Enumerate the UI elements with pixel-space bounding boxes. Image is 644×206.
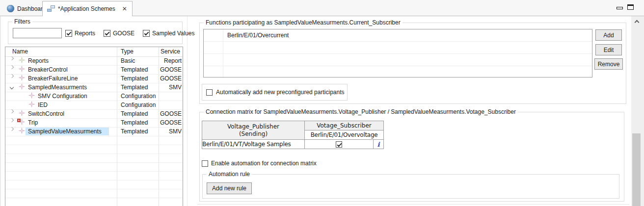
subscriber-name-cell: Berlin/E/01/Overvoltage (305, 130, 384, 140)
schemes-table[interactable]: Name Type Service ReportsBasicReportBrea… (5, 47, 183, 206)
tab-application-schemes-label: *Application Schemes (58, 5, 115, 12)
diamond-pink (28, 101, 35, 107)
auto-add-checkbox[interactable] (206, 89, 213, 96)
filters-group-title: Filters (12, 18, 32, 25)
enable-automation-row: Enable automation for connection matrix (202, 160, 317, 167)
participants-list[interactable]: Berlin/E/01/Overcurrent (203, 29, 592, 77)
empty-tree-row (5, 172, 183, 180)
filter-checkbox-goose[interactable]: GOOSE (104, 30, 134, 37)
automation-rule-group: Automation rule Add new rule (202, 174, 619, 199)
filter-checkbox-sampled-values[interactable]: Sampled Values (143, 30, 195, 37)
panel-bottom-border (197, 204, 629, 205)
application-window: Dashboard *Application Schemes ✕ Filters… (0, 0, 644, 206)
tree-row-service: GOOSE (160, 75, 182, 83)
diamond-pink (28, 92, 35, 99)
application-schemes-icon (47, 5, 55, 12)
list-item[interactable]: Berlin/E/01/Overcurrent (204, 29, 592, 42)
tree-row[interactable]: SMV ConfigurationConfiguration (5, 92, 183, 101)
error-badge: x (17, 119, 21, 122)
publisher-header-line2: (Sending) (202, 130, 304, 138)
checkbox[interactable] (104, 30, 110, 37)
tree-row-service: Report (164, 57, 182, 65)
empty-tree-row (5, 198, 183, 206)
expander-collapsed-icon[interactable] (10, 74, 14, 78)
publisher-name-cell: Berlin/E/01/VT/Voltage Samples (202, 140, 305, 149)
expander-collapsed-icon[interactable] (10, 56, 14, 60)
remove-button[interactable]: Remove (594, 58, 623, 70)
tree-row[interactable]: SampledValueMeasurmentsTemplatedSMV (5, 128, 183, 136)
scroll-up-icon[interactable] (635, 20, 640, 25)
panel-splitter[interactable] (187, 16, 188, 206)
tree-row-name: SwitchControl (28, 110, 64, 118)
expander-collapsed-icon[interactable] (10, 65, 14, 69)
tree-row-type: Templated (121, 66, 148, 74)
empty-tree-row (5, 163, 183, 172)
filter-checkbox-reports[interactable]: Reports (65, 30, 95, 37)
diamond-pink (19, 83, 25, 90)
column-header-service[interactable]: Service (161, 48, 180, 55)
list-item[interactable] (204, 54, 592, 66)
tree-row[interactable]: ReportsBasicReport (5, 57, 183, 66)
tree-row[interactable]: SampledMeasurmentsTemplatedSMV (5, 83, 183, 92)
vertical-scrollbar[interactable] (631, 16, 644, 206)
tree-row-name: SampledValueMeasurments (28, 128, 102, 136)
tree-row-type: Templated (121, 128, 148, 136)
tree-row-name: Trip (28, 119, 38, 127)
checkbox[interactable] (143, 30, 150, 37)
column-header-type[interactable]: Type (121, 48, 134, 55)
checkbox-label: GOOSE (113, 30, 134, 37)
add-button[interactable]: Add (595, 29, 622, 41)
tree-row-name: SampledMeasurments (28, 83, 87, 92)
tree-row[interactable]: BreakerFailureLineTemplatedGOOSE (5, 75, 183, 83)
tree-row-name: Reports (28, 57, 49, 65)
enable-automation-label: Enable automation for connection matrix (211, 160, 317, 167)
tree-row-name: BreakerControl (28, 66, 68, 74)
tree-row-service: GOOSE (160, 119, 182, 127)
edit-button[interactable]: Edit (595, 44, 622, 55)
connection-matrix-group-title: Connection matrix for SampledValueMeasur… (204, 108, 518, 115)
tree-row-name: BreakerFailureLine (28, 75, 78, 83)
tree-row[interactable]: xTripTemplatedGOOSE (5, 119, 183, 128)
scrollbar-thumb[interactable] (632, 133, 641, 206)
connection-checkbox[interactable] (336, 141, 342, 148)
info-icon[interactable]: i (374, 140, 384, 149)
filter-input[interactable] (13, 28, 62, 38)
checkbox-label: Reports (75, 30, 95, 37)
automation-rule-title: Automation rule (207, 171, 252, 178)
tree-row-type: Configuration (121, 92, 156, 101)
checkbox-label: Sampled Values (152, 30, 195, 37)
tree-row-name: IED (38, 101, 48, 109)
empty-tree-row (5, 145, 183, 154)
tree-rows: ReportsBasicReportBreakerControlTemplate… (5, 57, 183, 206)
maximize-icon[interactable] (627, 4, 634, 10)
tree-row-type: Templated (121, 119, 148, 127)
tab-application-schemes[interactable]: *Application Schemes ✕ (42, 1, 133, 16)
tree-row-service: GOOSE (160, 110, 182, 118)
add-new-rule-button[interactable]: Add new rule (207, 182, 252, 194)
tree-row[interactable]: BreakerControlTemplatedGOOSE (5, 66, 183, 75)
tree-row-service: GOOSE (160, 66, 182, 74)
minimize-icon[interactable] (617, 7, 623, 9)
tab-bar: Dashboard *Application Schemes ✕ (0, 0, 644, 16)
list-item[interactable] (204, 42, 592, 54)
diamond-green (19, 57, 25, 63)
tree-row-service: SMV (169, 128, 182, 136)
expander-expanded-icon[interactable] (10, 85, 14, 89)
empty-tree-row (5, 180, 183, 189)
tree-row[interactable]: SwitchControlTemplatedGOOSE (5, 110, 183, 119)
tree-row-service: SMV (169, 83, 182, 92)
diamond-pink (19, 66, 25, 72)
list-item[interactable] (204, 66, 592, 78)
tree-row-type: Basic (121, 57, 135, 65)
tree-row-type: Templated (121, 110, 148, 118)
checkbox[interactable] (65, 30, 72, 37)
tab-close-icon[interactable]: ✕ (122, 5, 127, 12)
connection-checkbox-cell[interactable] (305, 140, 374, 149)
column-header-name[interactable]: Name (12, 48, 28, 55)
expander-collapsed-icon[interactable] (10, 109, 14, 113)
functions-group-title: Functions participating as SampledValueM… (204, 19, 402, 26)
expander-collapsed-icon[interactable] (10, 118, 14, 122)
enable-automation-checkbox[interactable] (202, 160, 208, 167)
tree-row[interactable]: IEDConfiguration (5, 101, 183, 110)
expander-collapsed-icon[interactable] (10, 127, 14, 131)
